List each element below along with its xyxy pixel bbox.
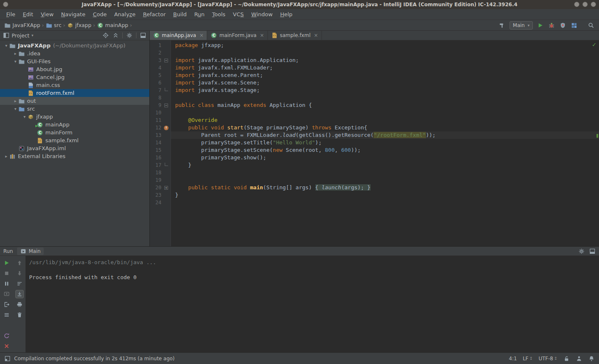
code-line-15[interactable]: 15 primaryStage.setScene(new Scene(root,… bbox=[150, 146, 599, 154]
code-line-11[interactable]: 11 @Override bbox=[150, 116, 599, 124]
tree-arrow-icon[interactable]: ▾ bbox=[12, 106, 18, 111]
tree-arrow-icon[interactable]: ▸ bbox=[3, 154, 9, 158]
editor[interactable]: 1package jfxapp;23−import javafx.applica… bbox=[150, 40, 599, 246]
gutter-mark[interactable]: + bbox=[161, 184, 171, 191]
error-stripe-mark[interactable] bbox=[597, 134, 598, 138]
inspection-ok-icon[interactable]: ✓ bbox=[592, 41, 597, 49]
collapse-all-icon[interactable] bbox=[112, 32, 119, 39]
rerun-failed-button[interactable] bbox=[2, 332, 11, 340]
code-line-23[interactable]: 23} bbox=[150, 191, 599, 199]
tab-mainapp-java[interactable]: mainApp.java× bbox=[150, 31, 207, 40]
caret-position[interactable]: 4:1 bbox=[509, 356, 517, 362]
tree-arrow-icon[interactable]: ▾ bbox=[3, 43, 9, 48]
menu-item-vcs[interactable]: VCS bbox=[229, 11, 248, 17]
fold-collapse-icon[interactable]: − bbox=[164, 104, 168, 107]
gutter-mark[interactable] bbox=[161, 87, 171, 94]
fold-end-icon[interactable] bbox=[165, 163, 168, 166]
code-line-20[interactable]: 20+ public static void main(String[] arg… bbox=[150, 184, 599, 191]
tree-item-cancel-jpg[interactable]: Cancel.jpg bbox=[0, 73, 149, 81]
pause-output-button[interactable] bbox=[2, 280, 11, 288]
tab-sample-fxml[interactable]: sample.fxml× bbox=[268, 31, 322, 40]
tree-item-external-libraries[interactable]: ▸External Libraries bbox=[0, 152, 149, 160]
locate-file-icon[interactable] bbox=[102, 32, 109, 39]
clear-all-button[interactable] bbox=[15, 311, 24, 319]
code-line-6[interactable]: 6import javafx.scene.Scene; bbox=[150, 79, 599, 87]
line-separator-selector[interactable]: LF↕ bbox=[523, 356, 533, 362]
breadcrumb-item-javafxapp[interactable]: JavaFXApp bbox=[4, 22, 40, 29]
tab-mainform-java[interactable]: mainForm.java× bbox=[207, 31, 267, 40]
run-tab-main[interactable]: Main bbox=[17, 248, 44, 255]
code-line-2[interactable]: 2 bbox=[150, 49, 599, 57]
prev-occurrence-button[interactable] bbox=[15, 259, 24, 267]
console[interactable]: /usr/lib/jvm/java-8-oracle/bin/java ... … bbox=[26, 256, 599, 352]
toggle-toolwindows-icon[interactable] bbox=[4, 355, 11, 362]
tab-close-icon[interactable]: × bbox=[314, 32, 318, 38]
soft-wraps-button[interactable] bbox=[15, 280, 24, 288]
code-line-3[interactable]: 3−import javafx.application.Application; bbox=[150, 57, 599, 64]
fold-end-icon[interactable] bbox=[165, 88, 168, 91]
code-line-19[interactable]: 19 bbox=[150, 176, 599, 184]
tree-arrow-icon[interactable]: ▾ bbox=[22, 114, 27, 119]
event-log-bell-icon[interactable] bbox=[588, 355, 595, 362]
chevron-down-icon[interactable]: ▾ bbox=[32, 33, 34, 37]
close-console-button[interactable] bbox=[2, 342, 11, 350]
tree-item-main-css[interactable]: main.css bbox=[0, 81, 149, 89]
run-icon[interactable] bbox=[537, 22, 544, 29]
tree-item-about-jpg[interactable]: About.jpg bbox=[0, 65, 149, 73]
code-line-10[interactable]: 10 bbox=[150, 109, 599, 116]
tree-item-mainapp[interactable]: mainApp bbox=[0, 121, 149, 129]
code-line-7[interactable]: 7import javafx.stage.Stage; bbox=[150, 87, 599, 94]
menu-item-run[interactable]: Run bbox=[191, 11, 208, 17]
window-close-button[interactable] bbox=[591, 2, 596, 7]
rerun-button[interactable] bbox=[2, 259, 11, 267]
code-line-16[interactable]: 16 primaryStage.show(); bbox=[150, 154, 599, 161]
window-maximize-button[interactable] bbox=[582, 2, 588, 7]
gutter-mark[interactable]: ↑ bbox=[161, 124, 171, 131]
coverage-icon[interactable] bbox=[559, 22, 567, 29]
thread-dump-button[interactable] bbox=[2, 290, 11, 298]
code-line-9[interactable]: 9−public class mainApp extends Applicati… bbox=[150, 102, 599, 109]
fold-collapse-icon[interactable]: − bbox=[164, 59, 168, 62]
code-line-4[interactable]: 4import javafx.fxml.FXMLLoader; bbox=[150, 64, 599, 72]
console-settings-gear-icon[interactable] bbox=[578, 248, 585, 255]
lock-icon[interactable] bbox=[563, 355, 570, 362]
menu-item-file[interactable]: File bbox=[2, 11, 19, 17]
menu-item-refactor[interactable]: Refactor bbox=[139, 11, 170, 17]
menu-item-code[interactable]: Code bbox=[89, 11, 110, 17]
hide-panel-icon[interactable] bbox=[140, 32, 146, 39]
jump-to-source-button[interactable] bbox=[2, 300, 11, 309]
menu-item-help[interactable]: Help bbox=[276, 11, 296, 17]
tree-item-jfxapp[interactable]: ▾jfxapp bbox=[0, 113, 149, 121]
scroll-to-end-button[interactable] bbox=[15, 290, 24, 298]
stop-button[interactable] bbox=[2, 269, 11, 277]
tab-close-icon[interactable]: × bbox=[199, 32, 203, 38]
tree-item-out[interactable]: ▸out bbox=[0, 97, 149, 105]
file-encoding-selector[interactable]: UTF-8↕ bbox=[539, 356, 557, 362]
tree-item-src[interactable]: ▾src bbox=[0, 105, 149, 113]
code-line-1[interactable]: 1package jfxapp; bbox=[150, 42, 599, 49]
code-line-17[interactable]: 17 } bbox=[150, 161, 599, 169]
window-minimize-button[interactable] bbox=[574, 2, 579, 7]
layout-grid-icon[interactable] bbox=[570, 22, 578, 29]
tree-item-rootform-fxml[interactable]: rootForm.fxml bbox=[0, 89, 149, 97]
gutter-mark[interactable] bbox=[161, 161, 171, 169]
menu-item-build[interactable]: Build bbox=[169, 11, 191, 17]
hide-console-icon[interactable] bbox=[589, 248, 596, 255]
next-occurrence-button[interactable] bbox=[15, 269, 24, 277]
menu-item-window[interactable]: Window bbox=[248, 11, 276, 17]
run-configuration-combo[interactable]: Main ▾ bbox=[510, 21, 533, 30]
code-line-24[interactable]: 24 bbox=[150, 199, 599, 206]
breadcrumb-item-jfxapp[interactable]: jfxapp bbox=[67, 22, 92, 29]
fold-expand-icon[interactable]: + bbox=[164, 186, 168, 190]
window-control-left[interactable] bbox=[3, 2, 8, 7]
search-everywhere-icon[interactable] bbox=[587, 22, 595, 29]
tree-item-javafxapp-iml[interactable]: JavaFXApp.iml bbox=[0, 144, 149, 152]
debug-icon[interactable] bbox=[548, 22, 555, 29]
menu-item-navigate[interactable]: Navigate bbox=[57, 11, 89, 17]
gutter-mark[interactable]: − bbox=[161, 57, 171, 64]
print-button[interactable] bbox=[15, 300, 24, 309]
override-marker-icon[interactable]: ↑ bbox=[164, 126, 168, 130]
code-line-12[interactable]: 12↑ public void start(Stage primaryStage… bbox=[150, 124, 599, 131]
inspections-profile-icon[interactable] bbox=[576, 355, 582, 362]
tab-close-icon[interactable]: × bbox=[260, 32, 264, 38]
